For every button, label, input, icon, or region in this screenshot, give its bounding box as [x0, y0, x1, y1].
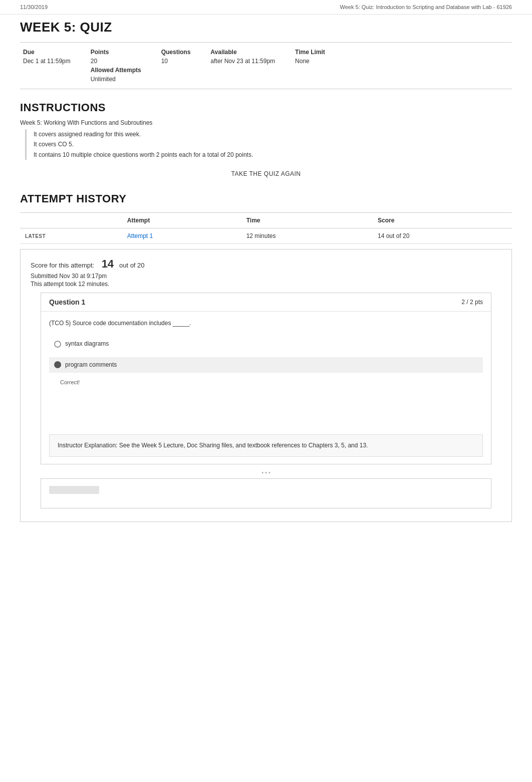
top-bar: 11/30/2019 Week 5: Quiz: Introduction to… — [0, 0, 532, 15]
meta-due: Due Dec 1 at 11:59pm — [23, 49, 71, 83]
instruction-item-3: It contains 10 multiple choice questions… — [34, 150, 512, 160]
attempt-link-cell[interactable]: Attempt 1 — [122, 228, 241, 244]
questions-value: 10 — [161, 58, 191, 65]
allowed-attempts-value: Unlimited — [91, 76, 141, 83]
due-value: Dec 1 at 11:59pm — [23, 58, 71, 65]
radio-1 — [54, 341, 61, 348]
available-label: Available — [210, 49, 275, 56]
meta-questions: Questions 10 — [161, 49, 191, 83]
correct-label: Correct! — [60, 379, 80, 385]
attempt-details-box: Score for this attempt: 14 out of 20 Sub… — [20, 249, 512, 522]
score-suffix: out of 20 — [119, 262, 145, 269]
attempt-table-row: LATEST Attempt 1 12 minutes 14 out of 20 — [20, 228, 512, 244]
attempt-col-attempt: Attempt — [122, 213, 241, 228]
top-bar-date: 11/30/2019 — [20, 4, 48, 10]
meta-time-limit: Time Limit None — [295, 49, 325, 83]
score-prefix: Score for this attempt: — [31, 262, 94, 269]
question-1-pts: 2 / 2 pts — [461, 299, 483, 306]
question-1-card: Question 1 2 / 2 pts (TCO 5) Source code… — [41, 293, 491, 464]
questions-label: Questions — [161, 49, 191, 56]
attempt-col-score: Score — [373, 213, 512, 228]
small-divider: • • • — [31, 469, 501, 475]
attempt-col-time: Time — [241, 213, 373, 228]
attempt-score-line: Score for this attempt: 14 out of 20 — [31, 257, 501, 271]
meta-available: Available after Nov 23 at 11:59pm — [210, 49, 275, 83]
take-quiz-container: TAKE THE QUIZ AGAIN — [20, 170, 512, 177]
instructions-subtitle: Week 5: Working With Functions and Subro… — [20, 119, 512, 126]
score-number: 14 — [102, 257, 114, 270]
main-content: WEEK 5: QUIZ Due Dec 1 at 11:59pm Points… — [0, 15, 532, 552]
points-label: Points — [91, 49, 141, 56]
attempt-score-cell: 14 out of 20 — [373, 228, 512, 244]
question-2-card — [41, 478, 491, 508]
attempt-table-header-row: Attempt Time Score — [20, 213, 512, 228]
blurred-content — [49, 486, 99, 494]
page-title: WEEK 5: QUIZ — [20, 20, 512, 35]
take-quiz-button[interactable]: TAKE THE QUIZ AGAIN — [231, 170, 301, 177]
instructions-heading: INSTRUCTIONS — [20, 101, 512, 114]
question-1-title: Question 1 — [49, 298, 85, 306]
instructions-section: INSTRUCTIONS Week 5: Working With Functi… — [20, 101, 512, 160]
available-value: after Nov 23 at 11:59pm — [210, 58, 275, 65]
instruction-item-2: It covers CO 5. — [34, 139, 512, 149]
empty-answer-area — [49, 392, 483, 422]
attempt-table: Attempt Time Score LATEST Attempt 1 12 m… — [20, 212, 512, 244]
attempt-history-section: ATTEMPT HISTORY Attempt Time Score LATES… — [20, 192, 512, 522]
attempt-time-cell: 12 minutes — [241, 228, 373, 244]
instructor-explanation: Instructor Explanation: See the Week 5 L… — [49, 434, 483, 457]
allowed-attempts-label: Allowed Attempts — [91, 67, 141, 74]
attempt-1-link[interactable]: Attempt 1 — [127, 232, 153, 239]
meta-points: Points 20 Allowed Attempts Unlimited — [91, 49, 141, 83]
answer-option-1: syntax diagrams — [49, 336, 483, 352]
correct-label-container: Correct! — [59, 378, 483, 387]
time-limit-value: None — [295, 58, 325, 65]
instructions-list: It covers assigned reading for this week… — [25, 129, 512, 160]
instruction-item-1: It covers assigned reading for this week… — [34, 129, 512, 139]
answer-2-text: program comments — [65, 360, 117, 370]
quiz-meta-row: Due Dec 1 at 11:59pm Points 20 Allowed A… — [20, 42, 512, 89]
points-value: 20 — [91, 58, 141, 65]
answer-1-text: syntax diagrams — [65, 339, 109, 349]
radio-2 — [54, 361, 61, 368]
question-1-header: Question 1 2 / 2 pts — [41, 293, 491, 312]
question-1-body: (TCO 5) Source code documentation includ… — [41, 312, 491, 429]
top-bar-course-title: Week 5: Quiz: Introduction to Scripting … — [340, 4, 512, 10]
latest-label: LATEST — [20, 228, 122, 244]
attempt-col-header — [20, 213, 122, 228]
answer-option-2: program comments — [49, 357, 483, 373]
time-limit-label: Time Limit — [295, 49, 325, 56]
due-label: Due — [23, 49, 71, 56]
question-1-text: (TCO 5) Source code documentation includ… — [49, 319, 483, 328]
submitted-line: Submitted Nov 30 at 9:17pm — [31, 273, 501, 280]
attempt-history-heading: ATTEMPT HISTORY — [20, 192, 512, 205]
duration-line: This attempt took 12 minutes. — [31, 281, 501, 288]
